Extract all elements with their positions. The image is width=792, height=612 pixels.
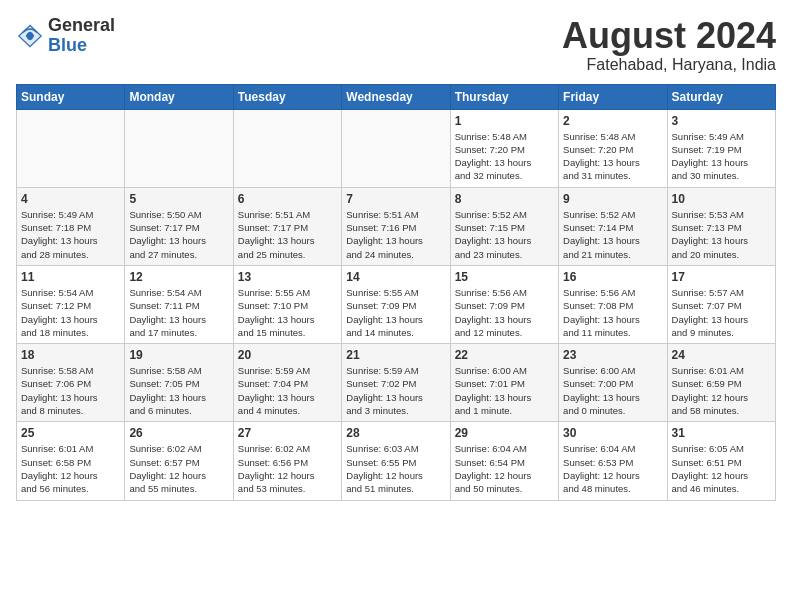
day-number: 26 <box>129 426 228 440</box>
day-info: Sunrise: 5:54 AM Sunset: 7:12 PM Dayligh… <box>21 286 120 339</box>
calendar-week-row: 25Sunrise: 6:01 AM Sunset: 6:58 PM Dayli… <box>17 422 776 500</box>
calendar-day-cell: 31Sunrise: 6:05 AM Sunset: 6:51 PM Dayli… <box>667 422 775 500</box>
day-info: Sunrise: 5:57 AM Sunset: 7:07 PM Dayligh… <box>672 286 771 339</box>
day-info: Sunrise: 5:56 AM Sunset: 7:09 PM Dayligh… <box>455 286 554 339</box>
day-number: 23 <box>563 348 662 362</box>
logo: General Blue <box>16 16 115 56</box>
weekday-header: Monday <box>125 84 233 109</box>
calendar-day-cell: 20Sunrise: 5:59 AM Sunset: 7:04 PM Dayli… <box>233 344 341 422</box>
day-info: Sunrise: 5:59 AM Sunset: 7:02 PM Dayligh… <box>346 364 445 417</box>
weekday-header: Saturday <box>667 84 775 109</box>
weekday-header: Thursday <box>450 84 558 109</box>
calendar-day-cell: 29Sunrise: 6:04 AM Sunset: 6:54 PM Dayli… <box>450 422 558 500</box>
day-info: Sunrise: 5:53 AM Sunset: 7:13 PM Dayligh… <box>672 208 771 261</box>
weekday-header: Tuesday <box>233 84 341 109</box>
day-info: Sunrise: 5:51 AM Sunset: 7:17 PM Dayligh… <box>238 208 337 261</box>
weekday-header: Friday <box>559 84 667 109</box>
day-info: Sunrise: 6:00 AM Sunset: 7:00 PM Dayligh… <box>563 364 662 417</box>
day-number: 29 <box>455 426 554 440</box>
day-info: Sunrise: 5:59 AM Sunset: 7:04 PM Dayligh… <box>238 364 337 417</box>
day-number: 11 <box>21 270 120 284</box>
calendar-day-cell: 22Sunrise: 6:00 AM Sunset: 7:01 PM Dayli… <box>450 344 558 422</box>
day-info: Sunrise: 6:03 AM Sunset: 6:55 PM Dayligh… <box>346 442 445 495</box>
calendar-day-cell: 16Sunrise: 5:56 AM Sunset: 7:08 PM Dayli… <box>559 265 667 343</box>
day-info: Sunrise: 5:54 AM Sunset: 7:11 PM Dayligh… <box>129 286 228 339</box>
day-number: 22 <box>455 348 554 362</box>
calendar-day-cell: 5Sunrise: 5:50 AM Sunset: 7:17 PM Daylig… <box>125 187 233 265</box>
day-info: Sunrise: 5:51 AM Sunset: 7:16 PM Dayligh… <box>346 208 445 261</box>
day-number: 15 <box>455 270 554 284</box>
day-info: Sunrise: 6:04 AM Sunset: 6:53 PM Dayligh… <box>563 442 662 495</box>
calendar-day-cell: 23Sunrise: 6:00 AM Sunset: 7:00 PM Dayli… <box>559 344 667 422</box>
calendar-day-cell: 15Sunrise: 5:56 AM Sunset: 7:09 PM Dayli… <box>450 265 558 343</box>
calendar-day-cell: 25Sunrise: 6:01 AM Sunset: 6:58 PM Dayli… <box>17 422 125 500</box>
calendar-day-cell: 4Sunrise: 5:49 AM Sunset: 7:18 PM Daylig… <box>17 187 125 265</box>
day-info: Sunrise: 5:58 AM Sunset: 7:06 PM Dayligh… <box>21 364 120 417</box>
day-number: 6 <box>238 192 337 206</box>
month-year: August 2024 <box>562 16 776 56</box>
calendar-day-cell: 7Sunrise: 5:51 AM Sunset: 7:16 PM Daylig… <box>342 187 450 265</box>
calendar-day-cell <box>233 109 341 187</box>
day-info: Sunrise: 6:04 AM Sunset: 6:54 PM Dayligh… <box>455 442 554 495</box>
calendar-week-row: 18Sunrise: 5:58 AM Sunset: 7:06 PM Dayli… <box>17 344 776 422</box>
calendar-week-row: 4Sunrise: 5:49 AM Sunset: 7:18 PM Daylig… <box>17 187 776 265</box>
day-number: 12 <box>129 270 228 284</box>
calendar-day-cell: 11Sunrise: 5:54 AM Sunset: 7:12 PM Dayli… <box>17 265 125 343</box>
day-number: 10 <box>672 192 771 206</box>
location: Fatehabad, Haryana, India <box>562 56 776 74</box>
calendar-day-cell: 28Sunrise: 6:03 AM Sunset: 6:55 PM Dayli… <box>342 422 450 500</box>
day-number: 13 <box>238 270 337 284</box>
calendar-day-cell <box>125 109 233 187</box>
calendar-day-cell: 2Sunrise: 5:48 AM Sunset: 7:20 PM Daylig… <box>559 109 667 187</box>
day-number: 5 <box>129 192 228 206</box>
calendar-day-cell: 26Sunrise: 6:02 AM Sunset: 6:57 PM Dayli… <box>125 422 233 500</box>
day-info: Sunrise: 5:52 AM Sunset: 7:15 PM Dayligh… <box>455 208 554 261</box>
day-number: 30 <box>563 426 662 440</box>
logo-general: General <box>48 15 115 35</box>
calendar-day-cell: 18Sunrise: 5:58 AM Sunset: 7:06 PM Dayli… <box>17 344 125 422</box>
calendar-day-cell: 21Sunrise: 5:59 AM Sunset: 7:02 PM Dayli… <box>342 344 450 422</box>
day-info: Sunrise: 5:48 AM Sunset: 7:20 PM Dayligh… <box>455 130 554 183</box>
calendar-day-cell: 30Sunrise: 6:04 AM Sunset: 6:53 PM Dayli… <box>559 422 667 500</box>
calendar-week-row: 11Sunrise: 5:54 AM Sunset: 7:12 PM Dayli… <box>17 265 776 343</box>
day-info: Sunrise: 5:50 AM Sunset: 7:17 PM Dayligh… <box>129 208 228 261</box>
day-info: Sunrise: 5:52 AM Sunset: 7:14 PM Dayligh… <box>563 208 662 261</box>
day-number: 4 <box>21 192 120 206</box>
day-info: Sunrise: 5:56 AM Sunset: 7:08 PM Dayligh… <box>563 286 662 339</box>
weekday-header: Sunday <box>17 84 125 109</box>
calendar-day-cell: 14Sunrise: 5:55 AM Sunset: 7:09 PM Dayli… <box>342 265 450 343</box>
logo-icon <box>16 22 44 50</box>
day-number: 31 <box>672 426 771 440</box>
day-number: 18 <box>21 348 120 362</box>
calendar-day-cell: 9Sunrise: 5:52 AM Sunset: 7:14 PM Daylig… <box>559 187 667 265</box>
day-number: 9 <box>563 192 662 206</box>
day-info: Sunrise: 6:01 AM Sunset: 6:58 PM Dayligh… <box>21 442 120 495</box>
calendar-week-row: 1Sunrise: 5:48 AM Sunset: 7:20 PM Daylig… <box>17 109 776 187</box>
day-number: 20 <box>238 348 337 362</box>
day-info: Sunrise: 5:49 AM Sunset: 7:18 PM Dayligh… <box>21 208 120 261</box>
day-number: 24 <box>672 348 771 362</box>
day-number: 27 <box>238 426 337 440</box>
calendar-day-cell: 1Sunrise: 5:48 AM Sunset: 7:20 PM Daylig… <box>450 109 558 187</box>
day-info: Sunrise: 6:02 AM Sunset: 6:56 PM Dayligh… <box>238 442 337 495</box>
day-info: Sunrise: 6:02 AM Sunset: 6:57 PM Dayligh… <box>129 442 228 495</box>
day-number: 28 <box>346 426 445 440</box>
day-number: 1 <box>455 114 554 128</box>
day-info: Sunrise: 5:48 AM Sunset: 7:20 PM Dayligh… <box>563 130 662 183</box>
page-header: General Blue August 2024 Fatehabad, Hary… <box>16 16 776 74</box>
calendar-day-cell: 8Sunrise: 5:52 AM Sunset: 7:15 PM Daylig… <box>450 187 558 265</box>
day-number: 16 <box>563 270 662 284</box>
day-info: Sunrise: 6:00 AM Sunset: 7:01 PM Dayligh… <box>455 364 554 417</box>
calendar-day-cell: 24Sunrise: 6:01 AM Sunset: 6:59 PM Dayli… <box>667 344 775 422</box>
day-number: 7 <box>346 192 445 206</box>
day-number: 3 <box>672 114 771 128</box>
day-info: Sunrise: 6:01 AM Sunset: 6:59 PM Dayligh… <box>672 364 771 417</box>
calendar-table: SundayMondayTuesdayWednesdayThursdayFrid… <box>16 84 776 501</box>
day-number: 14 <box>346 270 445 284</box>
day-number: 17 <box>672 270 771 284</box>
day-info: Sunrise: 5:55 AM Sunset: 7:09 PM Dayligh… <box>346 286 445 339</box>
calendar-day-cell: 19Sunrise: 5:58 AM Sunset: 7:05 PM Dayli… <box>125 344 233 422</box>
calendar-day-cell: 10Sunrise: 5:53 AM Sunset: 7:13 PM Dayli… <box>667 187 775 265</box>
day-number: 19 <box>129 348 228 362</box>
day-info: Sunrise: 5:55 AM Sunset: 7:10 PM Dayligh… <box>238 286 337 339</box>
